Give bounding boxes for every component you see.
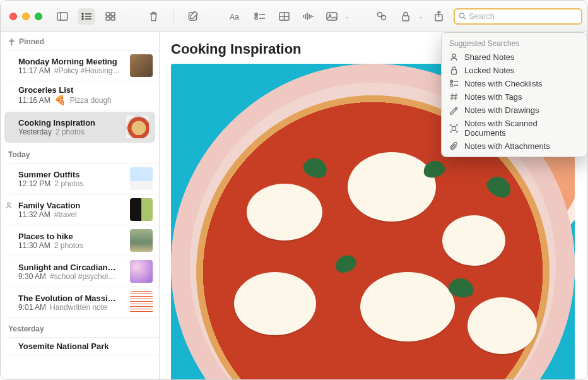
shared-icon — [449, 52, 459, 62]
attach-icon — [449, 141, 459, 151]
svg-rect-37 — [452, 70, 457, 74]
search-suggestion-item[interactable]: Locked Notes — [442, 64, 587, 77]
list-view-button[interactable] — [78, 8, 95, 25]
svg-line-34 — [464, 18, 466, 20]
note-list-item[interactable]: Summer Outfits 12:12 PM 2 photos — [1, 163, 159, 194]
note-thumbnail — [130, 260, 153, 283]
svg-point-16 — [255, 16, 257, 19]
note-list-meta: 2 photos — [54, 241, 83, 250]
fullscreen-window-button[interactable] — [35, 13, 42, 20]
svg-point-30 — [382, 15, 386, 20]
search-suggestion-item[interactable]: Notes with Scanned Documents — [442, 117, 587, 140]
media-menu-button[interactable] — [323, 8, 341, 25]
note-list-meta: #Policy #Housing… — [54, 66, 121, 75]
search-field[interactable] — [454, 8, 582, 25]
toolbar-pane-divider — [173, 9, 174, 24]
delete-note-button[interactable] — [144, 8, 162, 25]
note-list-item[interactable]: Yosemite National Park — [1, 337, 159, 355]
note-list-item[interactable]: Family Vacation 11:32 AM #travel — [1, 194, 159, 225]
trash-icon — [149, 11, 158, 21]
note-list-meta: Pizza dough — [70, 96, 112, 105]
note-list-item[interactable]: Monday Morning Meeting 11:17 AM #Policy … — [1, 50, 159, 81]
share-icon — [434, 11, 444, 21]
note-list-meta: 2 photos — [56, 128, 85, 136]
note-list-title: Summer Outfits — [18, 170, 125, 179]
note-list-item[interactable]: Sunlight and Circadian… 9:30 AM #school … — [1, 256, 159, 287]
grid-icon — [105, 12, 115, 21]
search-suggestion-label: Notes with Scanned Documents — [464, 119, 579, 138]
svg-point-2 — [82, 13, 83, 15]
note-list-title: Monday Morning Meeting — [18, 57, 125, 66]
close-window-button[interactable] — [9, 13, 17, 20]
notes-list-sidebar[interactable]: Pinned Monday Morning Meeting 11:17 AM #… — [1, 32, 160, 379]
window-titlebar: Aa ⌄ ⌄ — [1, 1, 587, 32]
search-suggestion-label: Notes with Checklists — [464, 79, 543, 88]
note-list-time: 12:12 PM — [18, 179, 50, 188]
pin-icon — [8, 38, 15, 46]
lock-icon — [449, 66, 459, 75]
svg-rect-31 — [403, 16, 409, 21]
note-list-title: Yosemite National Park — [18, 341, 153, 351]
audio-button[interactable] — [299, 8, 317, 25]
section-header-pinned: Pinned — [1, 32, 159, 50]
note-list-title: The Evolution of Massi… — [18, 294, 125, 303]
svg-rect-47 — [452, 126, 456, 130]
checklist-button[interactable] — [251, 8, 269, 25]
svg-line-42 — [452, 93, 452, 100]
note-list-item[interactable]: Places to hike 11:30 AM 2 photos — [1, 225, 159, 256]
photo-icon — [326, 12, 338, 21]
note-list-meta: #school #psychol… — [50, 272, 115, 281]
note-thumbnail — [126, 116, 149, 138]
note-list-time: 9:01 AM — [18, 303, 46, 312]
search-suggestion-item[interactable]: Notes with Checklists — [442, 77, 587, 90]
section-label: Yesterday — [8, 324, 44, 333]
svg-point-33 — [459, 13, 464, 18]
search-input[interactable] — [469, 11, 577, 21]
note-list-title: Cooking Inspiration — [18, 118, 121, 128]
search-suggestion-item[interactable]: Notes with Tags — [442, 90, 587, 104]
search-suggestion-label: Shared Notes — [464, 52, 515, 62]
note-list-item[interactable]: Cooking Inspiration Yesterday 2 photos — [4, 112, 155, 143]
note-editor[interactable]: Cooking Inspiration Suggested Searches S… — [160, 32, 587, 379]
section-header-yesterday: Yesterday — [1, 319, 159, 337]
format-icon: Aa — [230, 12, 242, 21]
table-button[interactable] — [275, 8, 293, 25]
section-label: Today — [8, 150, 30, 159]
search-suggestion-item[interactable]: Notes with Attachments — [442, 140, 587, 153]
note-thumbnail — [130, 198, 153, 221]
note-list-meta: Handwritten note — [50, 303, 107, 312]
lock-icon — [401, 11, 410, 21]
note-list-time: Yesterday — [18, 128, 52, 136]
note-list-title: Sunlight and Circadian… — [18, 263, 125, 272]
note-thumbnail — [130, 167, 153, 190]
gallery-view-button[interactable] — [102, 8, 119, 25]
note-thumbnail — [130, 54, 153, 77]
note-list-time: 9:30 AM — [18, 272, 46, 281]
search-suggestion-label: Notes with Attachments — [464, 141, 550, 151]
toggle-sidebar-button[interactable] — [54, 8, 71, 25]
minimize-window-button[interactable] — [22, 13, 30, 20]
note-list-item[interactable]: The Evolution of Massi… 9:01 AM Handwrit… — [1, 287, 159, 318]
search-suggestion-item[interactable]: Notes with Drawings — [442, 104, 587, 117]
svg-rect-0 — [57, 13, 68, 20]
search-suggestion-item[interactable]: Shared Notes — [442, 50, 587, 64]
list-icon — [81, 12, 92, 21]
note-thumbnail — [130, 291, 153, 314]
share-button[interactable] — [430, 8, 447, 25]
note-list-item[interactable]: Groceries List 11:16 AM 🍕Pizza dough — [1, 81, 159, 110]
note-list-meta: #travel — [54, 210, 77, 219]
new-note-button[interactable] — [184, 8, 202, 25]
svg-text:Aa: Aa — [230, 13, 239, 21]
note-list-title: Family Vacation — [18, 201, 125, 210]
svg-point-3 — [82, 16, 83, 17]
search-suggestion-label: Locked Notes — [464, 66, 515, 75]
svg-rect-27 — [327, 13, 337, 20]
svg-point-35 — [8, 203, 10, 205]
link-note-button[interactable] — [373, 8, 391, 25]
section-header-today: Today — [1, 145, 159, 163]
search-suggestions-dropdown: Suggested Searches Shared Notes Locked N… — [441, 32, 587, 157]
svg-rect-8 — [106, 13, 110, 16]
lock-menu-button[interactable] — [397, 8, 415, 25]
format-button[interactable]: Aa — [227, 8, 245, 25]
link-icon — [376, 11, 387, 21]
